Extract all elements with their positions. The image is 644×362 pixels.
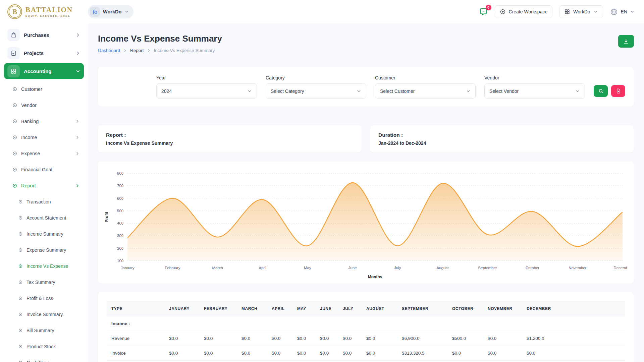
bullet-icon (12, 86, 17, 92)
reset-icon (615, 88, 621, 94)
bullet-icon (12, 103, 17, 108)
vendor-field: Vendor Select Vendor (484, 75, 585, 99)
report-table-card: TYPE JANUARY FEBRUARY MARCH APRIL MAY JU… (98, 292, 634, 362)
sidebar-item-profit-loss[interactable]: Profit & Loss (4, 290, 84, 306)
customer-select-value: Select Customer (380, 88, 415, 94)
category-select[interactable]: Select Category (266, 83, 366, 99)
sidebar-item-bill-summary[interactable]: Bill Summary (4, 322, 84, 339)
section-row-income: Income : (107, 316, 625, 331)
breadcrumb-report[interactable]: Report (130, 48, 144, 53)
sidebar-item-banking[interactable]: Banking (4, 113, 84, 129)
chevron-down-icon (124, 9, 129, 14)
svg-text:April: April (259, 266, 266, 270)
sidebar-item-cash-flow[interactable]: Cash Flow (4, 355, 84, 362)
sidebar-item-tax-summary[interactable]: Tax Summary (4, 274, 84, 290)
sidebar-item-label: Expense Summary (26, 247, 80, 253)
svg-text:August: August (436, 266, 449, 270)
breadcrumb-dashboard[interactable]: Dashboard (98, 48, 120, 53)
create-workspace-button[interactable]: Create Workspace (495, 5, 553, 18)
cell-value: $0.0 (164, 331, 199, 346)
svg-text:July: July (394, 266, 401, 270)
cell-value: $0.0 (483, 331, 522, 346)
vendor-label: Vendor (484, 75, 585, 80)
sidebar-item-account-statement[interactable]: Account Statement (4, 210, 84, 226)
sidebar: Purchases Projects Accounting Customer V… (0, 23, 88, 362)
category-field: Category Select Category (266, 75, 366, 99)
sidebar-item-label: Banking (21, 119, 71, 124)
main-content: Income Vs Expense Summary Dashboard Repo… (88, 23, 644, 362)
sidebar-item-projects[interactable]: Projects (4, 45, 84, 61)
sidebar-item-invoice-summary[interactable]: Invoice Summary (4, 306, 84, 322)
column-header: NOVEMBER (483, 301, 522, 316)
table-header-row: TYPE JANUARY FEBRUARY MARCH APRIL MAY JU… (107, 301, 625, 316)
chevron-right-icon (75, 151, 80, 156)
sidebar-item-label: Product Stock (26, 344, 80, 349)
sidebar-item-report[interactable]: Report (4, 178, 84, 194)
chevron-down-icon (630, 9, 635, 14)
cell-value: $1,200.0 (522, 331, 625, 346)
year-select[interactable]: 2024 (156, 83, 257, 99)
brand-logo[interactable]: B BATTALION EQUIP, EXECUTE, EXEL (0, 4, 88, 19)
apps-menu-button[interactable]: WorkDo (559, 5, 603, 18)
chart-card: 100200300400500600700800JanuaryFebruaryM… (98, 161, 634, 284)
sidebar-item-financial-goal[interactable]: Financial Goal (4, 162, 84, 178)
svg-text:May: May (304, 266, 311, 270)
sidebar-item-label: Transaction (26, 199, 80, 204)
column-header: OCTOBER (447, 301, 483, 316)
customer-select[interactable]: Select Customer (375, 83, 476, 99)
chat-button[interactable]: 0 (479, 7, 488, 16)
column-header: FEBRUARY (199, 301, 237, 316)
vendor-select[interactable]: Select Vendor (484, 83, 585, 99)
filter-search-button[interactable] (594, 85, 608, 97)
filter-reset-button[interactable] (611, 85, 625, 97)
workspace-switcher[interactable]: WorkDo (88, 5, 133, 18)
year-select-value: 2024 (161, 88, 172, 94)
sidebar-item-income-summary[interactable]: Income Summary (4, 226, 84, 242)
sidebar-item-product-stock[interactable]: Product Stock (4, 339, 84, 355)
table-row-revenue: Revenue $0.0 $0.0 $0.0 $0.0 $0.0 $0.0 $0… (107, 331, 625, 346)
cell-value: $0.0 (338, 331, 362, 346)
bullet-icon (12, 135, 17, 140)
brand-logo-badge: B (7, 4, 22, 19)
sidebar-item-income-vs-expense[interactable]: Income Vs Expense (4, 258, 84, 274)
svg-text:September: September (478, 266, 497, 270)
bullet-icon (18, 216, 23, 220)
language-code: EN (621, 9, 627, 14)
section-label: Expense : (107, 361, 625, 362)
chat-count-badge: 0 (486, 5, 491, 10)
sidebar-item-label: Invoice Summary (26, 312, 80, 317)
bullet-icon (12, 183, 17, 188)
cell-value: $500.0 (447, 331, 483, 346)
sidebar-item-accounting[interactable]: Accounting (4, 63, 84, 79)
sidebar-item-customer[interactable]: Customer (4, 81, 84, 97)
sidebar-item-expense[interactable]: Expense (4, 145, 84, 162)
sidebar-item-label: Accounting (24, 68, 71, 74)
chevron-right-icon (75, 33, 80, 38)
workspace-name: WorkDo (103, 9, 121, 14)
sidebar-item-purchases[interactable]: Purchases (4, 27, 84, 43)
language-selector[interactable]: EN (610, 8, 635, 16)
sidebar-item-label: Account Statement (26, 215, 80, 221)
purchases-icon (7, 29, 20, 41)
sidebar-item-label: Income Vs Expense (26, 263, 80, 269)
bullet-icon (18, 199, 23, 204)
download-report-button[interactable] (618, 35, 634, 48)
cell-value: $0.0 (292, 331, 315, 346)
duration-summary-card: Duration : Jan-2024 to Dec-2024 (370, 125, 634, 153)
chevron-down-icon (593, 9, 598, 14)
sidebar-item-label: Income (21, 135, 71, 140)
section-label: Income : (107, 316, 625, 331)
cell-value: $0.0 (267, 331, 292, 346)
svg-text:Months: Months (368, 275, 382, 279)
svg-text:February: February (165, 266, 180, 270)
chevron-right-icon (123, 49, 127, 53)
sidebar-item-income[interactable]: Income (4, 129, 84, 145)
sidebar-item-vendor[interactable]: Vendor (4, 97, 84, 113)
column-header: APRIL (267, 301, 292, 316)
bullet-icon (18, 296, 23, 301)
cell-value: $0.0 (237, 331, 267, 346)
sidebar-item-expense-summary[interactable]: Expense Summary (4, 242, 84, 258)
sidebar-item-transaction[interactable]: Transaction (4, 194, 84, 210)
customer-field: Customer Select Customer (375, 75, 476, 99)
cell-value: $0.0 (338, 346, 362, 361)
